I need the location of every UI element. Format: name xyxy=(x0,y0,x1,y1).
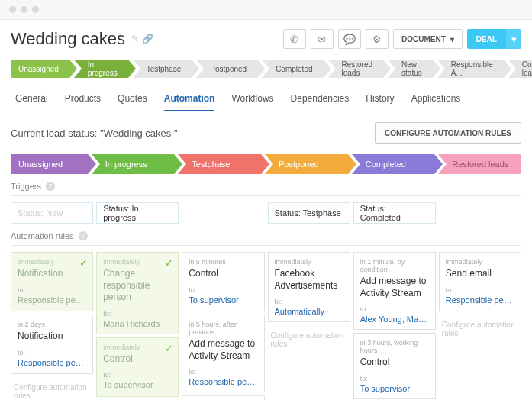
automation-card[interactable]: ✓immediatelyControlto:To supervisor xyxy=(96,337,179,397)
card-to-label: to: xyxy=(103,310,172,318)
automation-card[interactable]: immediatelyFacebook Advertisementsto:Aut… xyxy=(268,252,350,322)
page-title-text: Wedding cakes xyxy=(11,29,125,49)
card-to-value: To supervisor xyxy=(360,384,429,393)
chat-button[interactable]: 💬 xyxy=(338,29,361,49)
automation-stage[interactable]: Completed xyxy=(352,154,435,174)
stage-chip[interactable]: Complete lead xyxy=(508,60,532,78)
page-title: Wedding cakes ✎ 🔗 xyxy=(11,29,153,49)
card-title: Change responsible person xyxy=(103,268,172,304)
stage-chip[interactable]: Responsible A... xyxy=(437,60,504,78)
automation-card[interactable]: in 3 hours, working hoursControlto:To su… xyxy=(353,333,436,399)
card-timing: in 2 days xyxy=(18,321,86,328)
stage-chip[interactable]: Restored leads xyxy=(328,60,384,78)
tab-applications[interactable]: Applications xyxy=(411,87,461,111)
card-to-value: To supervisor xyxy=(103,380,172,389)
automation-card[interactable]: ✓immediatelyNotificationto:Responsible p… xyxy=(11,252,93,311)
deal-button[interactable]: DEAL xyxy=(467,29,506,49)
configure-rules-ghost[interactable]: Configure automation rules xyxy=(11,377,93,400)
check-icon: ✓ xyxy=(165,343,173,354)
document-button-label: DOCUMENT xyxy=(401,35,446,44)
chevron-down-icon: ▾ xyxy=(450,35,454,44)
rules-section-label: Automation rules ? xyxy=(11,231,521,240)
card-timing: immediately xyxy=(446,258,514,266)
card-to-label: to: xyxy=(275,298,343,305)
tab-quotes[interactable]: Quotes xyxy=(118,87,147,111)
tab-general[interactable]: General xyxy=(15,87,48,111)
card-to-value: Maria Richards xyxy=(103,319,172,328)
card-timing: in 5 hours, after previous xyxy=(189,321,257,336)
card-title: Control xyxy=(103,353,172,366)
phone-button[interactable]: ✆ xyxy=(283,29,306,49)
card-title: Add message to Activity Stream xyxy=(360,276,429,299)
configure-rules-ghost[interactable]: Configure automation rules xyxy=(439,315,521,344)
tab-history[interactable]: History xyxy=(366,87,394,111)
trigger-box[interactable]: Status: New xyxy=(11,202,93,224)
mail-button[interactable]: ✉ xyxy=(311,29,334,49)
card-timing: immediately xyxy=(103,344,172,351)
triggers-row: Status: NewStatus: In progressStatus: Te… xyxy=(11,202,521,224)
automation-card[interactable]: in 5 hours, after previousNotificationto… xyxy=(182,395,264,400)
card-to-value: To supervisor xyxy=(189,295,257,305)
automation-card[interactable]: ✓immediatelyChange responsible personto:… xyxy=(96,252,179,334)
card-timing: immediately xyxy=(275,258,343,266)
tab-workflows[interactable]: Workflows xyxy=(231,87,273,111)
tabs: GeneralProductsQuotesAutomationWorkflows… xyxy=(11,87,521,111)
card-timing: in 5 minutes xyxy=(189,258,257,266)
stage-chip[interactable]: Unassigned xyxy=(11,60,69,78)
card-to-label: to: xyxy=(189,286,257,294)
settings-button[interactable]: ⚙ xyxy=(366,29,389,49)
card-to-value: Responsible person xyxy=(18,358,86,367)
automation-card[interactable]: in 5 hours, after previousAdd message to… xyxy=(182,315,264,392)
automation-stage[interactable]: Testphase xyxy=(178,154,261,174)
automation-stage[interactable]: Postponed xyxy=(265,154,348,174)
card-to-value: Responsible person xyxy=(446,295,514,305)
card-title: Add message to Activity Stream xyxy=(189,338,257,362)
link-icon[interactable]: 🔗 xyxy=(142,34,153,44)
document-button[interactable]: DOCUMENT ▾ xyxy=(393,29,463,49)
trigger-box[interactable]: Status: Testphase xyxy=(268,202,350,224)
card-to-label: to: xyxy=(103,371,172,379)
trigger-box[interactable]: Status: Completed xyxy=(353,202,436,224)
configure-rules-ghost[interactable]: Configure automation rules xyxy=(268,325,350,354)
automation-stage[interactable]: In progress xyxy=(92,154,175,174)
automation-stage[interactable]: Restored leads xyxy=(438,154,521,174)
card-to-value: Alex Young, Maria ... xyxy=(360,315,429,324)
automation-card[interactable]: in 2 daysNotificationto:Responsible pers… xyxy=(11,315,93,374)
card-title: Send email xyxy=(446,268,514,280)
help-icon[interactable]: ? xyxy=(46,182,55,191)
card-title: Notification xyxy=(18,268,86,280)
card-to-label: to: xyxy=(18,286,86,294)
card-to-value: Responsible person xyxy=(18,295,86,305)
configure-rules-button[interactable]: CONFIGURE AUTOMATION RULES xyxy=(375,122,521,144)
triggers-section-label: Triggers ? xyxy=(11,182,521,191)
edit-icon[interactable]: ✎ xyxy=(131,34,139,44)
stage-chip[interactable]: Testphase xyxy=(133,60,192,78)
automation-stage[interactable]: Unassigned xyxy=(11,154,88,174)
deal-dropdown[interactable]: ▾ xyxy=(506,29,521,49)
stage-chip[interactable]: Completed xyxy=(262,60,323,78)
stage-chip[interactable]: In progress xyxy=(74,60,128,78)
trigger-box[interactable]: Status: In progress xyxy=(96,202,179,224)
status-text: Current lead status: "Wedding cakes " xyxy=(11,127,178,139)
automation-card[interactable]: immediatelySend emailto:Responsible pers… xyxy=(439,252,521,311)
card-to-value: Responsible person xyxy=(189,377,257,386)
window-controls xyxy=(0,0,532,20)
tab-automation[interactable]: Automation xyxy=(164,87,215,111)
automation-stage-bar: UnassignedIn progressTestphasePostponedC… xyxy=(11,154,521,174)
help-icon[interactable]: ? xyxy=(79,231,88,240)
card-timing: immediately xyxy=(103,258,172,266)
automation-card[interactable]: in 1 minute, by conditionAdd message to … xyxy=(353,252,436,330)
stage-chip[interactable]: Postponed xyxy=(196,60,257,78)
automation-card[interactable]: in 5 minutesControlto:To supervisor xyxy=(182,252,264,311)
stage-chip[interactable]: New status xyxy=(388,60,433,78)
card-timing: immediately xyxy=(18,258,86,266)
card-title: Facebook Advertisements xyxy=(275,268,343,292)
card-timing: in 3 hours, working hours xyxy=(360,339,429,354)
card-to-label: to: xyxy=(446,286,514,294)
check-icon: ✓ xyxy=(79,257,88,269)
tab-products[interactable]: Products xyxy=(65,87,101,111)
card-title: Control xyxy=(360,356,429,369)
lead-stage-bar: UnassignedIn progressTestphasePostponedC… xyxy=(11,60,521,78)
tab-dependencies[interactable]: Dependencies xyxy=(291,87,350,111)
check-icon: ✓ xyxy=(165,257,173,269)
